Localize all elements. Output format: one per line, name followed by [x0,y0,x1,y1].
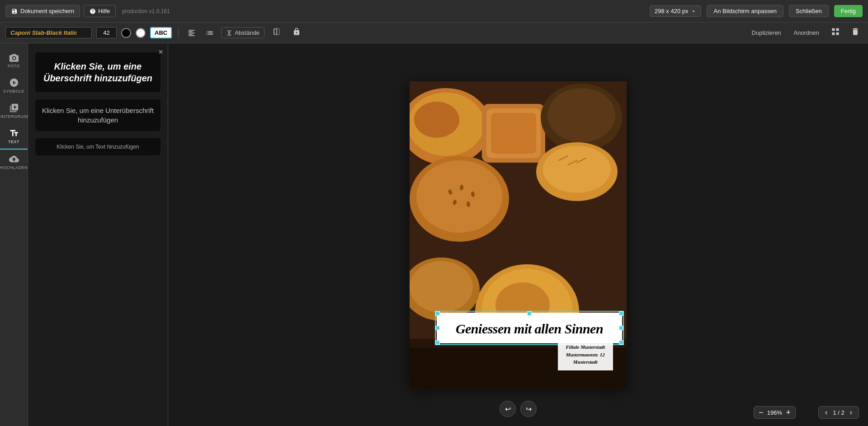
handle-top-right[interactable] [619,311,623,316]
handle-top-left[interactable] [435,311,440,316]
sidebar-item-foto-label: FOTO [8,64,20,68]
zoom-out-button[interactable]: − [759,408,764,417]
handle-middle-left[interactable] [435,326,440,330]
page-navigator: ‹ 1 / 2 › [818,406,859,419]
top-toolbar: Dokument speichern Hilfe production v1.0… [0,0,868,23]
help-button[interactable]: Hilfe [84,5,116,17]
sidebar-item-text-label: TEXT [8,140,19,144]
document-canvas[interactable]: Geniessen mit allen Sinnen Filiale Muste… [410,81,627,389]
sidebar-item-hochladen[interactable]: HOCHLADEN [0,150,28,175]
redo-button[interactable]: ↪ [520,401,537,417]
text-color-white[interactable] [136,28,146,38]
sidebar-item-hintergrund-label: HINTERGRUND [0,114,30,119]
heading-option-text: Klicken Sie, um eine Überschrift hinzuzu… [41,61,155,84]
sidebar-item-hintergrund[interactable]: HINTERGRUND [0,98,28,124]
svg-point-3 [414,102,459,138]
heading-option[interactable]: Klicken Sie, um eine Überschrift hinzuzu… [35,52,160,92]
duplicate-button[interactable]: Duplizieren [748,28,785,38]
font-name-input[interactable] [5,27,92,38]
canvas-area: Geniessen mit allen Sinnen Filiale Muste… [168,43,868,426]
delete-button[interactable] [848,25,863,40]
svg-rect-6 [491,113,536,154]
fit-screen-button[interactable]: An Bildschirm anpassen [707,5,783,17]
list-button[interactable] [203,27,217,39]
close-button[interactable]: Schließen [789,5,829,17]
zoom-controls: − 196% + [754,406,796,419]
version-label: production v1.0.161 [122,8,170,14]
svg-point-10 [416,160,502,233]
toolbar-right-actions: Duplizieren Anordnen [748,25,863,40]
svg-point-17 [543,146,611,193]
handle-middle-right[interactable] [619,326,623,330]
next-page-button[interactable]: › [848,408,854,417]
sidebar-item-text[interactable]: TEXT [0,124,28,150]
handle-bottom-left[interactable] [435,340,440,345]
divider-1 [178,28,179,38]
arrange-button[interactable]: Anordnen [790,28,823,38]
flip-button[interactable] [269,26,284,40]
svg-point-8 [547,88,615,142]
main-area: FOTO SYMBOLE HINTERGRUND TEXT HOCHLADEN … [0,43,868,426]
done-button[interactable]: Fertig [834,5,863,17]
panel-close-button[interactable]: × [158,48,163,56]
address-line2: Mustermannstr. 12 [566,351,605,359]
subheading-option[interactable]: Klicken Sie, um eine Unterüberschrift hi… [35,99,160,131]
align-left-button[interactable] [185,27,198,39]
sidebar-item-hochladen-label: HOCHLADEN [0,165,28,170]
lock-button[interactable] [289,26,304,40]
address-line3: Musterstadt [566,358,605,366]
svg-point-25 [410,261,473,313]
sidebar-item-symbole[interactable]: SYMBOLE [0,73,28,98]
upload-icon [9,154,19,164]
text-icon [9,128,19,138]
address-line1: Filiale Musterstadt [566,343,605,351]
left-sidebar: FOTO SYMBOLE HINTERGRUND TEXT HOCHLADEN [0,43,28,426]
canvas-main-text[interactable]: Geniessen mit allen Sinnen [447,321,612,337]
grid-button[interactable] [828,25,843,40]
top-toolbar-right: 298 x 420 px An Bildschirm anpassen Schl… [650,5,863,17]
second-toolbar: ABC Abstände Duplizieren Anordnen [0,23,868,43]
body-option-text: Klicken Sie, um Text hinzuzufügen [41,144,155,150]
subheading-option-text: Klicken Sie, um eine Unterüberschrift hi… [41,106,155,125]
background-icon [9,103,19,113]
prev-page-button[interactable]: ‹ [823,408,829,417]
handle-bottom-right[interactable] [619,340,623,345]
text-style-abc-button[interactable]: ABC [150,27,172,38]
bottom-controls: ↩ ↪ [500,401,537,417]
sidebar-item-foto[interactable]: FOTO [0,48,28,73]
sidebar-item-symbole-label: SYMBOLE [3,89,24,94]
save-button[interactable]: Dokument speichern [5,5,80,17]
handle-top-center[interactable] [527,311,532,316]
zoom-in-button[interactable]: + [786,408,791,417]
symbols-icon [9,78,19,88]
dimension-selector[interactable]: 298 x 420 px [650,5,701,17]
page-nav-label: 1 / 2 [833,409,844,416]
undo-button[interactable]: ↩ [500,401,516,417]
zoom-level-label: 196% [766,409,783,416]
text-panel: × Klicken Sie, um eine Überschrift hinzu… [28,43,168,426]
body-option[interactable]: Klicken Sie, um Text hinzuzufügen [35,138,160,155]
font-size-input[interactable] [96,27,117,38]
spacing-button[interactable]: Abstände [221,27,264,38]
address-box: Filiale Musterstadt Mustermannstr. 12 Mu… [558,339,613,370]
text-color-black[interactable] [121,28,131,38]
camera-icon [9,52,19,62]
